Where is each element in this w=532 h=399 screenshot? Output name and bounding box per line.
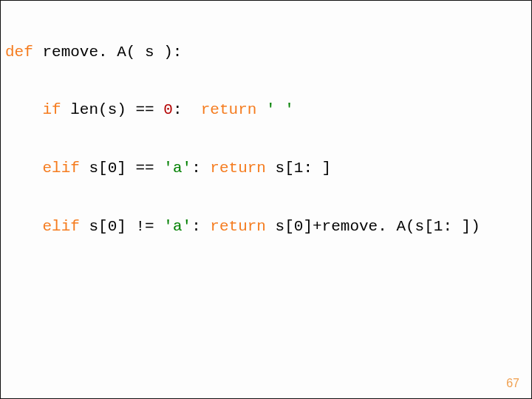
eqeq-2: == bbox=[135, 160, 154, 177]
neq: != bbox=[135, 218, 154, 235]
empty-string-literal: ' ' bbox=[266, 101, 294, 118]
a-string-1: 'a' bbox=[163, 160, 191, 177]
kw-elif-1: elif bbox=[42, 160, 79, 177]
kw-elif-2: elif bbox=[42, 218, 79, 235]
kw-return-3: return bbox=[210, 218, 266, 235]
s-slice-1: s[1: ] bbox=[276, 160, 332, 177]
code-line-2: if len(s) == 0: return ' ' bbox=[5, 100, 527, 120]
params: ( s ): bbox=[126, 44, 183, 61]
kw-return-2: return bbox=[210, 160, 266, 177]
kw-return-1: return bbox=[201, 101, 257, 118]
kw-if: if bbox=[42, 101, 61, 118]
colon-3: : bbox=[191, 218, 201, 235]
colon-1: : bbox=[173, 101, 183, 118]
zero-literal: 0 bbox=[163, 101, 173, 118]
slide-frame: def remove. A( s ): if len(s) == 0: retu… bbox=[0, 0, 532, 399]
code-block: def remove. A( s ): if len(s) == 0: retu… bbox=[5, 4, 527, 276]
recursive-expr: s[0]+remove. A(s[1: ]) bbox=[276, 218, 480, 235]
eqeq-1: == bbox=[135, 101, 154, 118]
s-index-0-b: s[0] bbox=[89, 218, 126, 235]
page-number: 67 bbox=[506, 376, 519, 391]
code-line-1: def remove. A( s ): bbox=[5, 43, 527, 62]
s-index-0-a: s[0] bbox=[89, 160, 126, 177]
kw-def: def bbox=[5, 44, 33, 61]
code-line-4: elif s[0] != 'a': return s[0]+remove. A(… bbox=[5, 217, 527, 236]
colon-2: : bbox=[191, 160, 201, 177]
len-call: len(s) bbox=[70, 101, 126, 118]
a-string-2: 'a' bbox=[163, 218, 191, 235]
fn-name: remove. A bbox=[42, 44, 126, 61]
code-line-3: elif s[0] == 'a': return s[1: ] bbox=[5, 159, 527, 178]
